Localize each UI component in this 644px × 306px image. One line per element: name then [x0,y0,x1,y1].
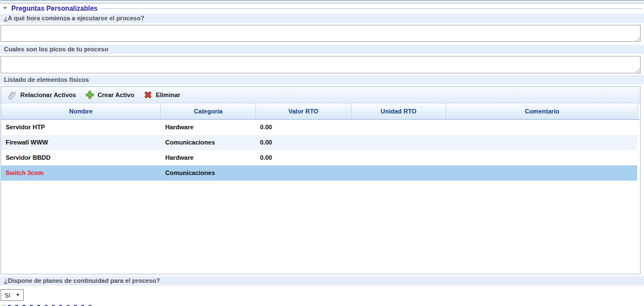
cell-comentario [446,165,637,181]
question-textarea-process-peaks-wrap [1,56,641,73]
column-header-valor-rto[interactable]: Valor RTO [256,103,351,119]
assets-list-label: Listado de elementos físicos [0,75,644,85]
column-header-nombre[interactable]: Nombre [1,103,161,119]
cell-unidad_rto [351,135,446,150]
question-textarea-start-time-wrap [1,25,641,42]
cell-nombre: Servidor HTP [1,120,161,135]
cell-categoria: Comunicaciones [161,165,256,181]
cell-comentario [446,150,637,165]
assets-toolbar: Relacionar Activos Crear Activo [1,87,640,103]
continuity-question-label: ¿Dispone de planes de continuidad para e… [0,276,644,286]
cell-comentario [446,135,637,150]
delete-button[interactable]: Eliminar [141,89,184,100]
question-label-process-peaks: Cuales son los picos de tu proceso [0,45,644,54]
paperclip-icon [7,90,17,100]
question-textarea-start-time[interactable] [1,25,641,42]
table-row[interactable]: Servidor HTPHardware0.00 [1,120,637,135]
top-border-strip [0,0,644,1]
delete-x-icon [143,90,153,99]
cell-valor_rto: 0.00 [255,120,351,135]
cell-comentario [446,120,637,135]
table-row[interactable]: Servidor BBDDHardware0.00 [1,150,637,165]
cell-unidad_rto [351,150,446,165]
table-row[interactable]: Firewall WWWComunicaciones0.00 [1,135,637,150]
plus-icon [85,90,94,99]
continuity-select[interactable]: Sí ▼ [1,289,24,301]
continuity-select-value: Sí [5,292,10,299]
cell-categoria: Hardware [161,150,256,165]
relate-assets-label: Relacionar Activos [20,91,76,98]
cell-valor_rto: 0.00 [255,150,351,165]
section-title: Preguntas Personalizables [11,5,98,12]
create-asset-label: Crear Activo [98,91,134,98]
legend-rule [101,8,643,9]
next-section-cutoff [0,303,644,306]
table-row[interactable]: Switch 3comComunicaciones [1,165,637,181]
cell-unidad_rto [351,120,446,135]
header-scrollbar-gutter [638,103,640,119]
grid-body: Servidor HTPHardware0.00Firewall WWWComu… [1,120,640,274]
column-header-categoria[interactable]: Categoría [161,103,256,119]
cell-valor_rto: 0.00 [255,135,351,150]
delete-label: Eliminar [156,91,180,98]
cell-nombre: Servidor BBDD [1,150,161,165]
grid-header: Nombre Categoría Valor RTO Unidad RTO Co… [1,103,640,120]
column-header-comentario[interactable]: Comentario [446,103,638,119]
assets-grid: Relacionar Activos Crear Activo [1,86,641,274]
question-label-start-time: ¿A qué hora comienza a ejecutarse el pro… [0,14,644,23]
cell-categoria: Hardware [161,120,256,135]
cell-categoria: Comunicaciones [161,135,256,150]
create-asset-button[interactable]: Crear Activo [82,89,138,100]
chevron-down-icon: ▼ [15,292,20,298]
cell-unidad_rto [351,165,446,181]
column-header-unidad-rto[interactable]: Unidad RTO [351,103,446,119]
cell-nombre: Switch 3com [1,165,161,181]
relate-assets-button[interactable]: Relacionar Activos [5,89,80,101]
cell-valor_rto [255,165,351,181]
section-legend: Preguntas Personalizables [0,3,644,13]
cell-nombre: Firewall WWW [1,135,161,150]
question-textarea-process-peaks[interactable] [1,56,641,73]
collapse-arrow-icon[interactable] [3,7,7,10]
